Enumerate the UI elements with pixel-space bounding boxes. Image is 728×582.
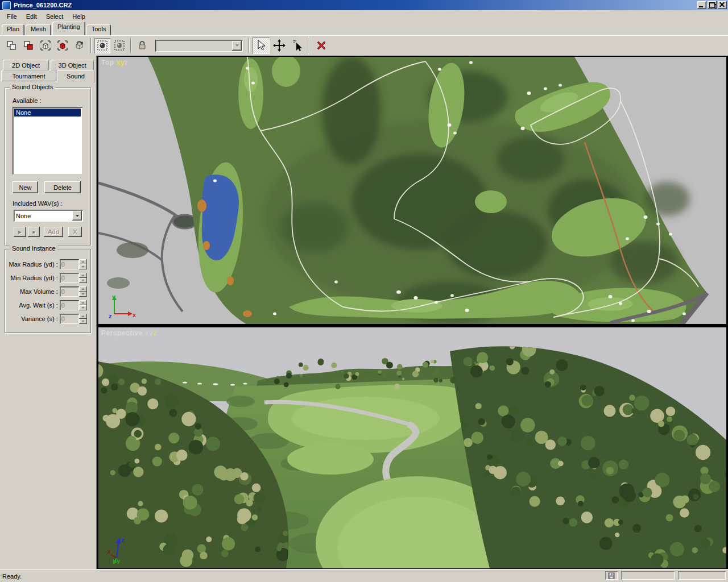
delete-x-icon xyxy=(316,40,327,51)
status-bar: Ready. xyxy=(0,569,728,582)
min-radius-label: Min Radius (yd) : xyxy=(9,275,58,281)
tab-2d-object[interactable]: 2D Object xyxy=(3,60,49,70)
spin-up-button[interactable] xyxy=(79,259,87,264)
toolbar-separator xyxy=(130,38,131,53)
wav-combobox[interactable]: None xyxy=(14,210,83,222)
cascade-white-button[interactable] xyxy=(3,38,19,53)
cascade-red-icon xyxy=(24,41,34,51)
max-volume-row: Max Volume : 0 xyxy=(9,286,87,297)
tab-planting[interactable]: Planting xyxy=(52,22,85,35)
stop-button[interactable]: ■ xyxy=(28,227,40,237)
avg-wait-label: Avg. Wait (s) : xyxy=(9,302,58,309)
remove-wav-button[interactable]: X xyxy=(68,227,82,237)
sphere-select-outline-icon xyxy=(114,40,125,51)
menu-help[interactable]: Help xyxy=(68,11,90,22)
toolbar-separator xyxy=(309,38,310,53)
close-button[interactable] xyxy=(718,1,727,9)
sphere-select-outline-button[interactable] xyxy=(111,38,127,53)
spin-up-button[interactable] xyxy=(79,314,87,319)
axis-y-label: y xyxy=(112,293,116,300)
status-message: Ready. xyxy=(2,573,22,580)
new-button[interactable]: New xyxy=(13,181,38,193)
combobox-arrow-button[interactable] xyxy=(232,41,242,51)
move-button[interactable] xyxy=(271,38,288,54)
axis-x-label: x xyxy=(107,548,111,555)
spin-down-button[interactable] xyxy=(79,264,87,269)
rotate-view-button[interactable] xyxy=(72,38,88,53)
select-add-button[interactable] xyxy=(289,38,306,54)
side-panel: 2D Object 3D Object Tournament Sound Sou… xyxy=(0,56,97,569)
spin-down-button[interactable] xyxy=(79,292,87,297)
toolbar-separator xyxy=(90,38,92,53)
menu-file[interactable]: File xyxy=(2,11,22,22)
max-volume-label: Max Volume : xyxy=(9,288,58,295)
tab-3d-object[interactable]: 3D Object xyxy=(51,60,94,70)
menu-edit[interactable]: Edit xyxy=(22,11,42,22)
min-radius-input[interactable]: 0 xyxy=(60,273,79,283)
sound-objects-legend: Sound Objects xyxy=(10,84,55,90)
spin-down-button[interactable] xyxy=(79,319,87,324)
top-axis-triad: y x z xyxy=(107,293,138,319)
perspective-viewport-label: Perspective xyz xyxy=(101,329,157,337)
toolbar xyxy=(0,35,728,56)
tab-plan[interactable]: Plan xyxy=(2,24,24,35)
add-wav-button[interactable]: Add xyxy=(44,227,63,237)
variance-input[interactable]: 0 xyxy=(60,314,79,324)
spin-up-button[interactable] xyxy=(79,300,87,305)
delete-button[interactable] xyxy=(313,38,330,54)
tab-mesh[interactable]: Mesh xyxy=(26,24,51,35)
object-combobox[interactable] xyxy=(155,40,243,52)
select-cube-red-icon xyxy=(57,40,68,51)
chevron-down-icon xyxy=(76,215,79,217)
max-radius-input[interactable]: 0 xyxy=(60,259,79,269)
persp-axes-inactive: xy xyxy=(145,329,153,337)
list-item[interactable]: None xyxy=(14,109,81,117)
variance-label: Variance (s) : xyxy=(9,315,58,322)
sound-instance-legend: Sound Instance xyxy=(10,245,57,252)
floppy-disk-icon xyxy=(608,572,615,579)
title-bar[interactable]: Prince_061200.CRZ xyxy=(0,0,728,10)
play-button[interactable]: ▶ xyxy=(14,227,26,237)
cursor-select-button[interactable] xyxy=(253,38,270,54)
max-radius-row: Max Radius (yd) : 0 xyxy=(9,259,87,270)
menu-select[interactable]: Select xyxy=(42,11,68,22)
spin-up-button[interactable] xyxy=(79,286,87,292)
avg-wait-input[interactable]: 0 xyxy=(60,300,79,310)
lock-button[interactable] xyxy=(134,38,150,53)
available-listbox[interactable]: None xyxy=(13,107,82,174)
cursor-select-icon xyxy=(255,40,267,51)
cascade-red-button[interactable] xyxy=(20,38,36,53)
top-axes-active: xy xyxy=(116,59,124,66)
minimize-button[interactable] xyxy=(697,1,706,9)
perspective-viewport[interactable]: Perspective xyz xyxy=(98,327,726,568)
tab-sound[interactable]: Sound xyxy=(57,70,94,82)
axis-x-label: x xyxy=(133,311,136,318)
status-pane xyxy=(678,571,726,580)
top-viewport[interactable]: Top xyz xyxy=(98,57,726,324)
tab-tournament[interactable]: Tournament xyxy=(1,70,56,81)
included-wav-label: Included WAV(s) : xyxy=(13,200,62,207)
persp-axes-active: z xyxy=(153,329,157,337)
rotate-view-icon xyxy=(75,40,85,51)
lock-icon xyxy=(137,40,147,51)
avg-wait-row: Avg. Wait (s) : 0 xyxy=(9,300,87,311)
select-cube-red-button[interactable] xyxy=(55,38,71,53)
axis-z-label: z xyxy=(109,313,112,319)
axis-z-label: z xyxy=(121,537,125,543)
top-viewport-label: Top xyz xyxy=(101,59,128,66)
wav-combobox-value: None xyxy=(16,213,31,219)
restore-button[interactable] xyxy=(708,1,717,9)
wav-combobox-arrow[interactable] xyxy=(72,211,82,221)
max-volume-input[interactable]: 0 xyxy=(60,286,79,297)
spin-down-button[interactable] xyxy=(79,278,87,283)
perspective-axis-triad: z x y xyxy=(107,535,133,564)
delete-sound-button[interactable]: Delete xyxy=(44,181,81,193)
spin-up-button[interactable] xyxy=(79,273,87,278)
sphere-select-button[interactable] xyxy=(94,38,110,53)
tab-tools[interactable]: Tools xyxy=(86,24,111,35)
window-title: Prince_061200.CRZ xyxy=(14,2,72,9)
min-radius-row: Min Radius (yd) : 0 xyxy=(9,272,87,284)
spin-down-button[interactable] xyxy=(79,305,87,310)
save-indicator-pane xyxy=(605,571,618,580)
select-cube-white-button[interactable] xyxy=(38,38,53,53)
